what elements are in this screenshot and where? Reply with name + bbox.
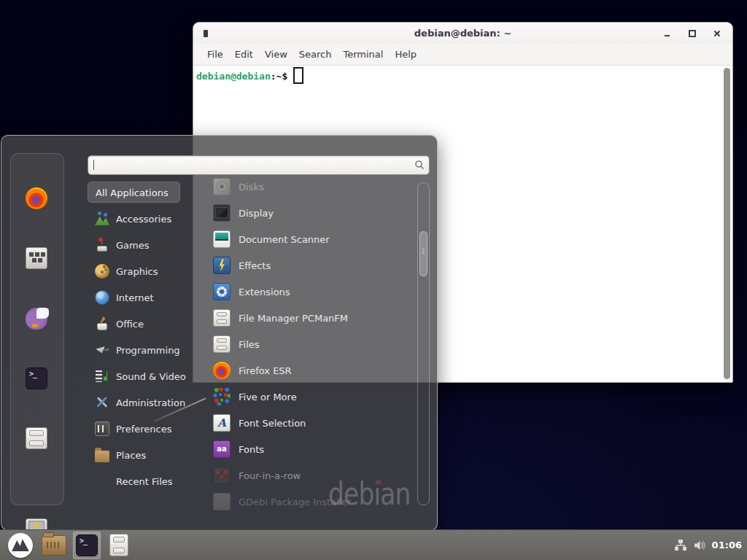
category-recent-files[interactable]: Recent Files <box>88 468 204 494</box>
category-list: Accessories Games Graphics Internet Offi… <box>88 206 204 494</box>
file-cabinet-icon <box>109 534 128 556</box>
disks-icon <box>213 178 231 195</box>
taskbar: >_ 01:06 <box>0 529 747 560</box>
five-or-more-icon <box>213 388 231 405</box>
terminal-icon[interactable]: >_ <box>26 368 47 389</box>
close-icon <box>713 30 721 37</box>
text-caret <box>93 160 94 170</box>
search-box <box>88 155 430 175</box>
app-effects[interactable]: Effects <box>207 252 417 279</box>
terminal-icon: >_ <box>76 534 98 556</box>
search-icon <box>414 160 425 170</box>
app-file-manager-pcmanfm[interactable]: File Manager PCManFM <box>207 305 417 331</box>
file-cabinet-icon <box>213 335 231 353</box>
terminal-taskbar-button[interactable]: >_ <box>73 532 101 559</box>
app-font-selection[interactable]: A Font Selection <box>207 410 417 436</box>
programming-icon <box>95 343 109 357</box>
clock[interactable]: 01:06 <box>712 540 742 551</box>
app-fonts[interactable]: aa Fonts <box>207 436 417 462</box>
terminal-menubar: File Edit View Search Terminal Help <box>193 44 732 66</box>
firefox-icon <box>213 362 231 379</box>
menu-search[interactable]: Search <box>293 44 338 65</box>
category-administration[interactable]: Administration <box>88 389 204 416</box>
app-gdebi-package-installer[interactable]: GDebi Package Installer <box>207 489 417 515</box>
file-manager-icon[interactable] <box>26 427 47 449</box>
file-cabinet-launcher[interactable] <box>105 532 133 559</box>
close-button[interactable] <box>708 26 725 42</box>
extensions-icon <box>213 283 231 300</box>
application-menu: >_ All Applications Accessories Games <box>1 135 438 531</box>
games-icon <box>95 238 109 252</box>
category-internet[interactable]: Internet <box>88 284 204 311</box>
gdebi-icon <box>213 493 231 510</box>
app-list-scrollbar-thumb[interactable] <box>419 231 427 276</box>
maximize-icon <box>689 30 696 37</box>
terminal-titlebar[interactable]: debian@debian: ~ <box>193 23 732 45</box>
category-games[interactable]: Games <box>88 232 204 258</box>
category-accessories[interactable]: Accessories <box>88 206 204 232</box>
office-icon <box>95 316 109 331</box>
font-selection-icon: A <box>213 414 231 432</box>
maximize-button[interactable] <box>684 26 700 42</box>
app-list-scrollbar[interactable] <box>417 182 430 505</box>
app-extensions[interactable]: Extensions <box>207 279 417 305</box>
category-places[interactable]: Places <box>88 442 204 468</box>
application-list: Disks Display Document Scanner Effects E… <box>207 174 417 515</box>
four-in-a-row-icon <box>213 467 231 484</box>
screen: debian debian@debian: ~ File Edit View S… <box>0 0 747 560</box>
menu-terminal[interactable]: Terminal <box>337 44 389 65</box>
internet-icon <box>95 290 109 305</box>
app-display[interactable]: Display <box>207 200 417 226</box>
category-graphics[interactable]: Graphics <box>88 258 204 284</box>
file-cabinet-icon <box>213 309 231 327</box>
fonts-icon: aa <box>213 440 231 458</box>
preferences-icon <box>95 421 109 436</box>
menu-button[interactable] <box>6 532 35 559</box>
folder-icon <box>42 535 66 556</box>
effects-icon <box>213 257 231 274</box>
minimize-button[interactable] <box>659 26 676 42</box>
app-files[interactable]: Files <box>207 331 417 357</box>
terminal-scrollbar[interactable] <box>723 68 731 379</box>
category-office[interactable]: Office <box>88 311 204 337</box>
administration-icon <box>95 395 109 410</box>
network-icon[interactable] <box>674 539 687 552</box>
pidgin-icon[interactable] <box>26 308 47 330</box>
minimize-icon <box>665 35 670 36</box>
app-disks[interactable]: Disks <box>207 174 417 200</box>
menu-logo-icon <box>8 533 33 558</box>
menu-edit[interactable]: Edit <box>229 44 259 65</box>
sound-video-icon <box>95 369 109 384</box>
favorites-panel: >_ <box>10 153 64 505</box>
category-sound-video[interactable]: Sound & Video <box>88 363 204 389</box>
display-icon <box>213 204 231 222</box>
terminal-scrollbar-thumb[interactable] <box>724 68 730 379</box>
software-keyboard-icon[interactable] <box>26 247 47 269</box>
volume-icon[interactable] <box>693 539 706 552</box>
prompt-user: debian@debian <box>196 71 271 82</box>
menu-file[interactable]: File <box>201 44 229 65</box>
prompt-suffix: :~$ <box>271 71 287 82</box>
file-manager-launcher[interactable] <box>39 532 69 559</box>
search-input[interactable] <box>96 158 405 173</box>
graphics-icon <box>95 264 109 279</box>
category-preferences[interactable]: Preferences <box>88 416 204 442</box>
firefox-icon[interactable] <box>26 187 47 209</box>
accessories-icon <box>95 211 109 226</box>
window-title: debian@debian: ~ <box>193 23 732 44</box>
category-all-applications[interactable]: All Applications <box>88 182 180 203</box>
app-four-in-a-row[interactable]: Four-in-a-row <box>207 462 417 489</box>
menu-view[interactable]: View <box>259 44 293 65</box>
terminal-cursor <box>293 67 303 84</box>
places-icon <box>95 451 109 462</box>
document-scanner-icon <box>213 230 231 248</box>
app-five-or-more[interactable]: Five or More <box>207 384 417 410</box>
app-firefox-esr[interactable]: Firefox ESR <box>207 357 417 384</box>
menu-help[interactable]: Help <box>389 44 422 65</box>
category-programming[interactable]: Programming <box>88 337 204 363</box>
app-document-scanner[interactable]: Document Scanner <box>207 226 417 252</box>
